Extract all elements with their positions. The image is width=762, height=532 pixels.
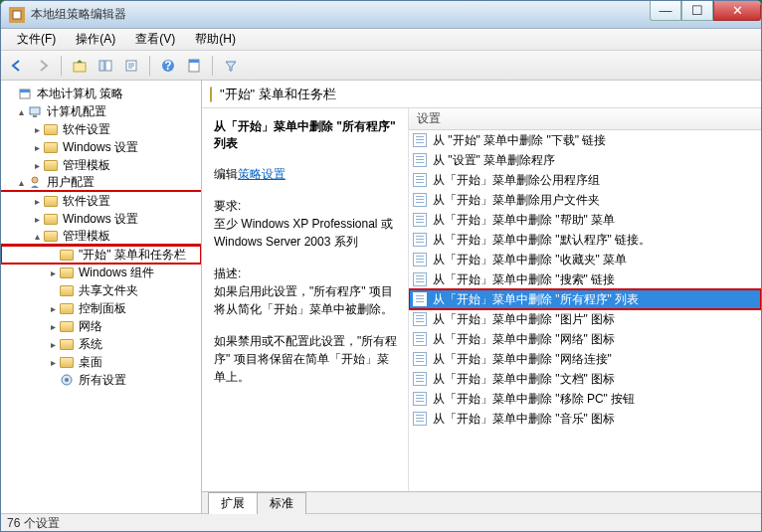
close-button[interactable]: ✕ xyxy=(713,1,761,21)
folder-icon xyxy=(59,265,75,280)
folder-icon xyxy=(43,157,59,173)
list-item[interactable]: 从「开始」菜单中删除 "网络" 图标 xyxy=(409,329,761,349)
svg-rect-3 xyxy=(105,61,111,71)
minimize-button[interactable]: — xyxy=(650,1,681,21)
list-item[interactable]: 从「开始」菜单中删除 "文档" 图标 xyxy=(409,369,761,389)
list-item[interactable]: 从「开始」菜单中删除 "音乐" 图标 xyxy=(409,409,761,429)
view-tabs: 扩展 标准 xyxy=(202,491,761,513)
status-text: 76 个设置 xyxy=(7,515,60,532)
list-item-label: 从「开始」菜单中删除 "帮助" 菜单 xyxy=(433,212,615,229)
toolbar-separator xyxy=(212,56,213,76)
tree-item[interactable]: ▸软件设置 xyxy=(1,192,201,210)
forward-button[interactable] xyxy=(31,54,55,78)
policy-item-icon xyxy=(413,272,427,286)
toolbar-separator xyxy=(61,56,62,76)
menubar: 文件(F) 操作(A) 查看(V) 帮助(H) xyxy=(1,29,761,51)
show-hide-tree-button[interactable] xyxy=(94,54,117,78)
list-item[interactable]: 从「开始」菜单中删除 "网络连接" xyxy=(409,349,761,369)
list-item[interactable]: 从「开始」菜单中删除 "默认程序" 链接。 xyxy=(409,230,761,250)
svg-rect-1 xyxy=(74,63,86,72)
folder-icon xyxy=(43,193,59,209)
tree-item[interactable]: ▸Windows 设置 xyxy=(1,138,201,156)
list-item-label: 从「开始」菜单中删除 "网络" 图标 xyxy=(433,331,615,348)
folder-icon xyxy=(210,88,212,101)
description: 描述: 如果启用此设置，"所有程序" 项目将从简化「开始」菜单中被删除。 xyxy=(214,265,398,318)
list-item[interactable]: 从「开始」菜单中删除 "所有程序" 列表 xyxy=(409,289,761,309)
folder-icon xyxy=(59,354,75,370)
tree-item[interactable]: ▸Windows 组件 xyxy=(1,264,201,281)
list-item[interactable]: 从「开始」菜单中删除 "图片" 图标 xyxy=(409,309,761,329)
policy-icon xyxy=(17,86,33,101)
folder-icon xyxy=(59,318,75,334)
svg-rect-10 xyxy=(20,89,30,92)
list-item-label: 从「开始」菜单中删除 "收藏夹" 菜单 xyxy=(433,252,627,268)
settings-list[interactable]: 从 "开始" 菜单中删除 "下载" 链接从 "设置" 菜单删除程序从「开始」菜单… xyxy=(409,130,761,491)
list-item-label: 从「开始」菜单中删除 "文档" 图标 xyxy=(433,371,615,388)
toolbar-separator xyxy=(149,56,150,76)
edit-line: 编辑策略设置 xyxy=(214,166,398,183)
detail-row: 从「开始」菜单中删除 "所有程序" 列表 编辑策略设置 要求: 至少 Windo… xyxy=(202,108,761,491)
tree-root[interactable]: 本地计算机 策略 xyxy=(1,85,201,102)
list-item[interactable]: 从「开始」菜单中删除 "移除 PC" 按钮 xyxy=(409,389,761,409)
tree-item[interactable]: 所有设置 xyxy=(1,371,201,389)
properties-button[interactable] xyxy=(182,54,206,78)
list-item-label: 从 "设置" 菜单删除程序 xyxy=(433,152,555,169)
policy-item-icon xyxy=(413,233,427,247)
tree-item[interactable]: ▸软件设置 xyxy=(1,120,201,138)
requirements: 要求: 至少 Windows XP Professional 或 Windows… xyxy=(214,197,398,251)
tree-admin-templates[interactable]: ▴管理模板 xyxy=(1,228,201,246)
tree-user-config[interactable]: ▴用户配置 xyxy=(1,174,201,192)
list-item[interactable]: 从「开始」菜单中删除 "搜索" 链接 xyxy=(409,269,761,289)
breadcrumb: "开始" 菜单和任务栏 xyxy=(202,81,761,108)
list-item-label: 从「开始」菜单中删除 "音乐" 图标 xyxy=(433,411,615,428)
page-title: "开始" 菜单和任务栏 xyxy=(220,86,336,103)
policy-item-icon xyxy=(413,412,427,426)
filter-button[interactable] xyxy=(219,54,243,78)
up-button[interactable] xyxy=(68,54,92,78)
list-item[interactable]: 从「开始」菜单中删除 "帮助" 菜单 xyxy=(409,210,761,230)
folder-icon xyxy=(59,336,75,352)
list-item-label: 从「开始」菜单删除公用程序组 xyxy=(433,172,600,189)
edit-policy-link[interactable]: 策略设置 xyxy=(238,167,286,181)
tab-standard[interactable]: 标准 xyxy=(257,492,306,514)
column-header[interactable]: 设置 xyxy=(409,108,761,130)
maximize-button[interactable]: ☐ xyxy=(681,1,713,21)
list-item[interactable]: 从「开始」菜单删除用户文件夹 xyxy=(409,190,761,210)
settings-icon xyxy=(59,372,75,388)
list-item[interactable]: 从 "设置" 菜单删除程序 xyxy=(409,150,761,170)
help-button[interactable]: ? xyxy=(156,54,180,78)
menu-view[interactable]: 查看(V) xyxy=(125,28,185,51)
content-area: 本地计算机 策略 ▴计算机配置 ▸软件设置 ▸Windows 设置 ▸管理模板 … xyxy=(1,81,761,513)
svg-rect-12 xyxy=(33,115,37,117)
policy-item-icon xyxy=(413,312,427,326)
policy-item-icon xyxy=(413,253,427,266)
tree-item[interactable]: ▸桌面 xyxy=(1,353,201,371)
list-item-label: 从 "开始" 菜单中删除 "下载" 链接 xyxy=(433,132,606,149)
tree-item[interactable]: ▸管理模板 xyxy=(1,156,201,174)
tree-item[interactable]: ▸系统 xyxy=(1,335,201,353)
settings-list-pane: 设置 从 "开始" 菜单中删除 "下载" 链接从 "设置" 菜单删除程序从「开始… xyxy=(409,108,761,491)
tab-expand[interactable]: 扩展 xyxy=(208,492,258,514)
setting-title: 从「开始」菜单中删除 "所有程序" 列表 xyxy=(214,118,398,152)
menu-action[interactable]: 操作(A) xyxy=(66,28,125,51)
svg-rect-8 xyxy=(189,60,199,63)
tree-start-taskbar[interactable]: "开始" 菜单和任务栏 xyxy=(1,246,201,264)
menu-file[interactable]: 文件(F) xyxy=(7,28,66,51)
tree-pane[interactable]: 本地计算机 策略 ▴计算机配置 ▸软件设置 ▸Windows 设置 ▸管理模板 … xyxy=(1,81,202,513)
folder-icon xyxy=(43,139,59,155)
list-item[interactable]: 从「开始」菜单删除公用程序组 xyxy=(409,170,761,190)
menu-help[interactable]: 帮助(H) xyxy=(185,28,246,51)
tree-item[interactable]: 共享文件夹 xyxy=(1,281,201,299)
tree-item[interactable]: ▸Windows 设置 xyxy=(1,210,201,228)
window-controls: — ☐ ✕ xyxy=(650,1,761,21)
export-button[interactable] xyxy=(119,54,143,78)
tree-item[interactable]: ▸网络 xyxy=(1,317,201,335)
policy-item-icon xyxy=(413,352,427,366)
tree-item[interactable]: ▸控制面板 xyxy=(1,299,201,317)
list-item[interactable]: 从 "开始" 菜单中删除 "下载" 链接 xyxy=(409,130,761,150)
back-button[interactable] xyxy=(5,54,29,78)
tree-computer-config[interactable]: ▴计算机配置 xyxy=(1,102,201,120)
list-item[interactable]: 从「开始」菜单中删除 "收藏夹" 菜单 xyxy=(409,250,761,269)
policy-item-icon xyxy=(413,213,427,227)
folder-icon xyxy=(59,282,75,298)
